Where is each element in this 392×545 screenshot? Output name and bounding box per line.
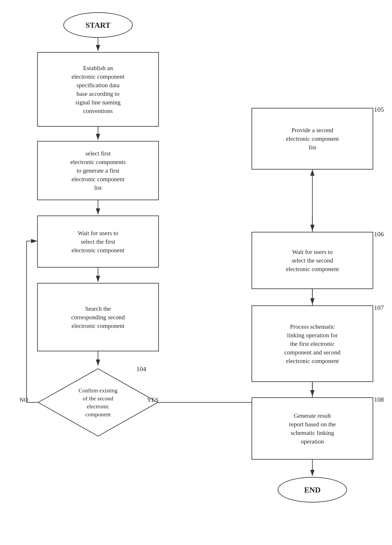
ref-108: 108: [374, 396, 384, 403]
node-101: select first electronic components to ge…: [37, 141, 159, 200]
node-103: Search the corresponding second electron…: [37, 283, 159, 351]
node-104: Confirm existing of the second electroni…: [37, 368, 159, 437]
no-label: NO: [19, 396, 28, 403]
node-105: Provide a second electronic component li…: [251, 108, 373, 170]
flowchart-diagram: START 100 Establish an electronic compon…: [0, 0, 392, 545]
ref-106: 106: [374, 230, 384, 238]
node-100: Establish an electronic component specif…: [37, 52, 159, 127]
node-107: Process schematic linking operation for …: [251, 305, 373, 382]
ref-107: 107: [374, 304, 384, 311]
node-102: Wait for users to select the first elect…: [37, 216, 159, 268]
node-106: Wait for users to select the second elec…: [251, 232, 373, 289]
end-node: END: [278, 477, 347, 502]
ref-105: 105: [374, 106, 384, 113]
node-108: Generate result report based on the sche…: [251, 397, 373, 460]
start-node: START: [63, 12, 133, 38]
yes-label: YES: [147, 396, 159, 403]
